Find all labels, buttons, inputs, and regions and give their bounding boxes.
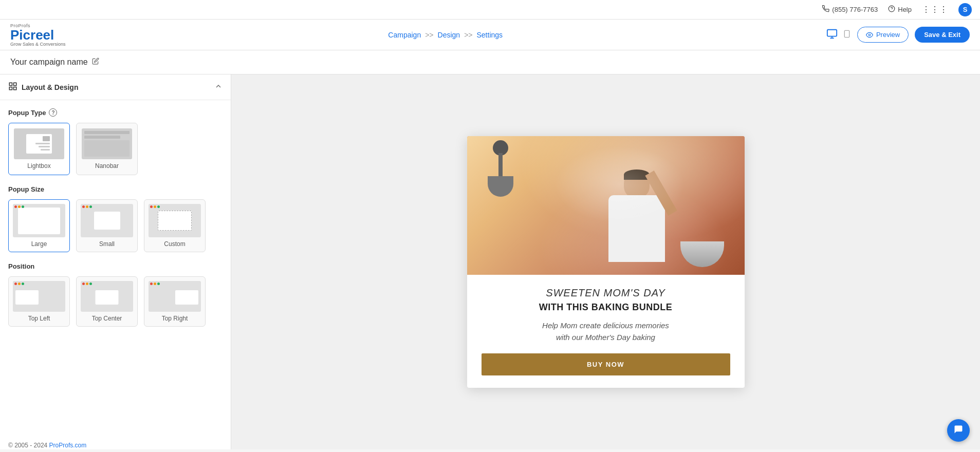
collapse-icon[interactable] [214,82,223,92]
svg-rect-1 [827,29,837,36]
svg-point-6 [868,34,871,36]
popup-image [467,136,745,275]
main-header: ProProfs Picreel Grow Sales & Conversion… [0,20,980,50]
top-center-preview [81,281,133,312]
chat-icon [953,424,964,437]
top-left-label: Top Left [13,315,65,322]
sidebar: Layout & Design Popup Type ? [0,74,231,449]
phone-icon [822,5,829,14]
top-center-label: Top Center [81,315,133,322]
breadcrumb-settings[interactable]: Settings [477,31,503,39]
breadcrumb-sep2: >> [464,31,472,39]
lightbox-preview-thumbnail [14,128,64,159]
position-label: Position [8,262,223,270]
position-top-right[interactable]: Top Right [144,276,206,327]
user-avatar[interactable]: S [958,3,972,16]
proprofs-link[interactable]: ProProfs.com [49,442,87,449]
large-size-preview [13,204,65,237]
popup-subtitle: WITH THIS BAKING BUNDLE [482,302,730,313]
custom-size-label: Custom [149,240,201,248]
copyright-text: © 2005 - 2024 [8,442,49,449]
preview-area: SWEETEN MOM'S DAY WITH THIS BAKING BUNDL… [231,74,980,449]
device-icons [825,28,851,42]
desktop-icon[interactable] [825,28,839,42]
top-right-preview [149,281,201,312]
large-size-label: Large [13,240,65,248]
layout-icon [8,82,17,92]
breadcrumb: Campaign >> Design >> Settings [388,31,503,39]
section-title: Layout & Design [22,83,78,91]
edit-campaign-name-icon[interactable] [92,58,99,67]
position-top-left[interactable]: Top Left [8,276,70,327]
save-exit-button[interactable]: Save & Exit [915,27,970,43]
help-icon [888,5,895,14]
preview-button[interactable]: Preview [857,27,909,43]
popup-size-grid: Large Small [8,199,223,252]
apps-icon: ⋮⋮⋮ [922,5,948,14]
apps-grid[interactable]: ⋮⋮⋮ [922,5,948,14]
breadcrumb-sep1: >> [425,31,433,39]
popup-type-grid: Lightbox Nanobar [8,123,223,175]
svg-rect-8 [14,83,16,85]
custom-size-preview [149,204,201,237]
layout-design-section-header: Layout & Design [0,74,231,100]
section-body: Popup Type ? [0,100,231,335]
popup-type-nanobar[interactable]: Nanobar [76,123,138,175]
logo: ProProfs Picreel Grow Sales & Conversion… [10,23,66,47]
svg-rect-9 [9,87,12,90]
popup-size-large[interactable]: Large [8,199,70,252]
chat-bubble[interactable] [947,419,970,442]
main-content: Layout & Design Popup Type ? [0,74,980,449]
svg-rect-7 [9,83,12,85]
top-right-label: Top Right [149,315,201,322]
help-link[interactable]: Help [888,5,912,14]
nanobar-label: Nanobar [82,162,132,170]
position-top-center[interactable]: Top Center [76,276,138,327]
nanobar-preview-thumbnail [82,128,132,159]
popup-size-label: Popup Size [8,185,223,193]
popup-preview-card: SWEETEN MOM'S DAY WITH THIS BAKING BUNDL… [467,136,745,388]
popup-description: Help Mom create delicious memorieswith o… [482,320,730,343]
user-initial: S [963,6,968,13]
position-grid: Top Left Top Center [8,276,223,327]
popup-size-small[interactable]: Small [76,199,138,252]
help-label: Help [898,6,912,13]
phone-contact[interactable]: (855) 776-7763 [822,5,878,14]
popup-cta-button[interactable]: BUY NOW [482,353,730,375]
breadcrumb-campaign[interactable]: Campaign [388,31,421,39]
popup-type-lightbox[interactable]: Lightbox [8,123,70,175]
small-size-label: Small [81,240,133,248]
breadcrumb-design[interactable]: Design [438,31,460,39]
mobile-icon[interactable] [843,28,851,42]
campaign-name-bar: Your campaign name [0,50,980,74]
logo-tagline: Grow Sales & Conversions [10,42,66,47]
popup-type-label: Popup Type ? [8,108,223,117]
lightbox-label: Lightbox [14,162,64,170]
campaign-name: Your campaign name [10,58,88,67]
utility-bar: (855) 776-7763 Help ⋮⋮⋮ S [0,0,980,20]
logo-picreel: Picreel [10,28,66,42]
svg-rect-10 [14,87,16,90]
top-left-preview [13,281,65,312]
footer: © 2005 - 2024 ProProfs.com [0,439,95,452]
popup-type-help-icon[interactable]: ? [49,108,57,117]
popup-title: SWEETEN MOM'S DAY [482,287,730,299]
small-size-preview [81,204,133,237]
header-actions: Preview Save & Exit [825,27,970,43]
popup-body: SWEETEN MOM'S DAY WITH THIS BAKING BUNDL… [467,275,745,388]
popup-size-custom[interactable]: Custom [144,199,206,252]
phone-number: (855) 776-7763 [832,6,878,13]
